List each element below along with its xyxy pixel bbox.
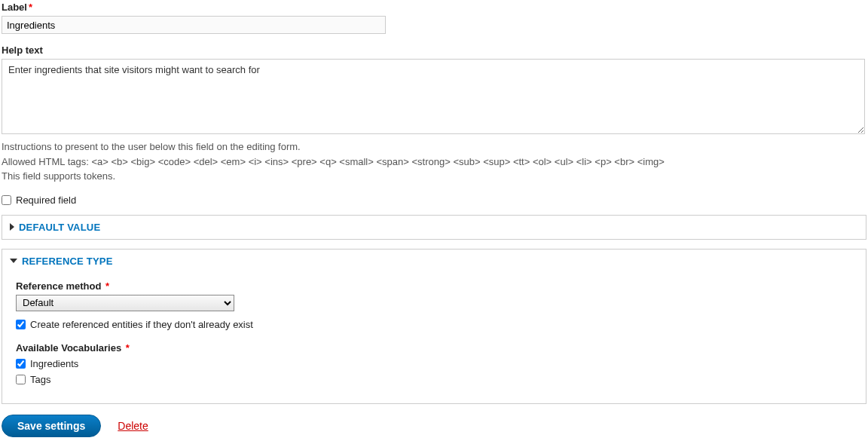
create-entities-checkbox[interactable] [16,320,26,329]
default-value-title: Default value [19,222,100,233]
reference-method-wrapper: Reference method * Default [16,280,852,311]
vocab-ingredients-row: Ingredients [16,358,852,369]
required-asterisk: * [126,342,130,354]
create-entities-label: Create referenced entities if they don't… [30,319,253,330]
help-text-textarea[interactable]: Enter ingredients that site visitors mig… [2,59,865,134]
vocab-tags-checkbox[interactable] [16,375,26,384]
help-text-label: Help text [2,44,866,56]
help-text-desc-2: Allowed HTML tags: <a> <b> <big> <code> … [2,155,866,170]
label-field-label: Label* [2,2,866,13]
reference-type-details: Reference type Reference method * Defaul… [2,249,866,404]
vocab-ingredients-checkbox[interactable] [16,359,26,369]
reference-type-summary[interactable]: Reference type [2,250,866,273]
required-asterisk: * [29,2,32,13]
default-value-details: Default value [2,215,866,240]
vocab-tags-label: Tags [30,374,50,385]
required-field-row: Required field [2,194,866,206]
reference-method-label-text: Reference method [16,280,101,292]
reference-method-select[interactable]: Default [16,295,234,311]
form-actions: Save settings Delete [2,415,866,437]
available-vocabularies-wrapper: Available Vocabularies * Ingredients Tag… [16,342,852,385]
help-text-description: Instructions to present to the user belo… [2,139,866,184]
required-field-label: Required field [16,194,76,206]
help-text-desc-1: Instructions to present to the user belo… [2,139,866,155]
reference-type-body: Reference method * Default Create refere… [2,273,866,403]
save-button[interactable]: Save settings [2,415,101,437]
label-field-wrapper: Label* [2,2,866,34]
required-field-checkbox[interactable] [2,195,11,205]
available-vocabularies-label-text: Available Vocabularies [16,342,121,354]
reference-method-label: Reference method * [16,280,852,292]
default-value-summary[interactable]: Default value [2,216,866,239]
reference-type-title: Reference type [22,256,113,267]
label-field-label-text: Label [2,2,27,13]
vocab-ingredients-label: Ingredients [30,358,78,369]
create-entities-row: Create referenced entities if they don't… [16,319,852,330]
chevron-down-icon [10,259,17,263]
help-text-wrapper: Help text Enter ingredients that site vi… [2,44,866,184]
help-text-desc-3: This field supports tokens. [2,169,866,184]
required-asterisk: * [105,280,109,292]
vocab-tags-row: Tags [16,374,852,385]
delete-link[interactable]: Delete [118,420,148,432]
chevron-right-icon [10,223,14,231]
available-vocabularies-label: Available Vocabularies * [16,342,852,354]
label-input[interactable] [2,16,386,34]
